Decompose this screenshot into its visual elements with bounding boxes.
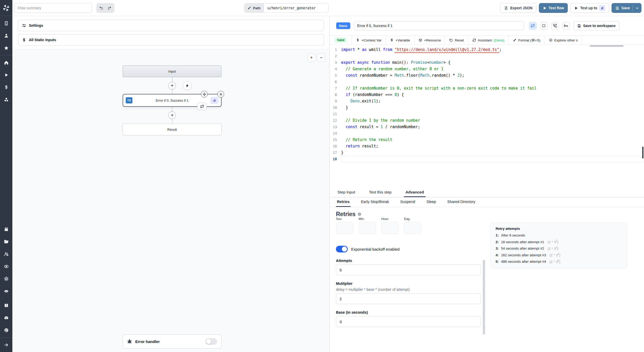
code-line-9[interactable]: 9 Deno.exit(1); (330, 98, 644, 104)
step-node-selected[interactable]: TS Error if 0, Success if 1 d (123, 94, 222, 107)
result-node[interactable]: Result (123, 124, 222, 135)
toolbar-explore-other-s[interactable]: Explore other s (545, 36, 582, 45)
boxes-icon[interactable] (3, 96, 10, 103)
user-icon[interactable] (3, 32, 10, 39)
step-title-input[interactable] (354, 21, 524, 30)
retry-indicator-button[interactable] (197, 103, 207, 110)
code-line-1[interactable]: 1import * as wmill from "https://deno.la… (330, 47, 644, 53)
phone-incoming-setting-button[interactable] (551, 22, 559, 30)
code-line-3[interactable]: 3export async function main(): Promise<n… (330, 59, 644, 66)
arrow-right-icon[interactable] (3, 341, 10, 348)
trigger-bolt-button[interactable] (183, 81, 192, 90)
tab-test-this-step[interactable]: Test this step (367, 188, 393, 197)
multiplier-input[interactable]: 2 (336, 293, 481, 304)
code-line-17[interactable]: 17} (330, 149, 644, 156)
test-up-to-button[interactable]: Test up to d (570, 3, 609, 13)
error-handler-bar[interactable]: Error handler (123, 335, 222, 348)
subtab-early-stop-break[interactable]: Early Stop/Break (360, 197, 390, 207)
info-icon[interactable] (358, 212, 361, 216)
gear-icon[interactable] (3, 275, 10, 282)
tab-step-input[interactable]: Step Input (336, 188, 357, 197)
delete-step-button[interactable] (217, 91, 224, 98)
toolbar--variable[interactable]: +Variable (386, 36, 414, 45)
path-field[interactable]: Path u/henri/error_generator (244, 3, 328, 13)
save-button[interactable]: Save (612, 3, 641, 13)
subtab-shared-directory[interactable]: Shared Directory (446, 197, 476, 207)
subtab-suspend[interactable]: Suspend (399, 197, 416, 207)
windmill-logo-icon[interactable] (0, 0, 12, 16)
code-line-2[interactable]: 2 (330, 53, 644, 59)
code-line-13[interactable]: 13 const result = 1 / randomNumber; (330, 124, 644, 130)
zoom-out-button[interactable]: − (317, 54, 325, 62)
repeat-setting-button[interactable] (529, 22, 537, 30)
zoom-in-button[interactable]: + (307, 54, 316, 62)
dollar-icon[interactable] (3, 84, 10, 91)
exponential-backoff-toggle[interactable] (336, 246, 348, 252)
backoff-label: Exponential backoff enabled (351, 247, 400, 251)
star-icon[interactable] (3, 44, 10, 51)
toolbar-format-s-[interactable]: Format (⌘+S) (509, 36, 545, 45)
code-line-12[interactable]: 12 // Divide 1 by the random number (330, 117, 644, 124)
code-editor[interactable]: 1import * as wmill from "https://deno.la… (330, 45, 644, 188)
test-up-to-step-badge: d (599, 5, 605, 11)
add-step-button-2[interactable] (168, 111, 176, 119)
panel-scrollbar[interactable] (483, 260, 485, 335)
redo-button[interactable] (106, 4, 113, 12)
chevron-down-icon[interactable] (635, 6, 639, 10)
building-icon[interactable] (3, 20, 10, 27)
eye-icon[interactable] (3, 263, 10, 270)
tab-advanced[interactable]: Advanced (404, 188, 426, 197)
path-value[interactable]: u/henri/error_generator (264, 4, 328, 12)
square-setting-button[interactable] (540, 22, 548, 30)
toolbar--resource[interactable]: +Resource (414, 36, 445, 45)
code-line-7[interactable]: 7 // If randomNumber is 0, exit the scri… (330, 85, 644, 92)
code-line-4[interactable]: 4 // Generate a random number, either 0 … (330, 66, 644, 72)
home-icon[interactable] (3, 59, 10, 66)
code-line-5[interactable]: 5 const randomNumber = Math.floor(Math.r… (330, 72, 644, 79)
undo-button[interactable] (97, 4, 105, 12)
code-line-10[interactable]: 10 } (330, 104, 644, 111)
calendar-icon[interactable] (3, 226, 10, 233)
subtab-sleep[interactable]: Sleep (425, 197, 437, 207)
hour-input[interactable] (381, 222, 398, 234)
sec-input[interactable] (336, 222, 353, 234)
editor-scrollbar-thumb[interactable] (642, 147, 643, 159)
play-icon[interactable] (3, 71, 10, 78)
base-input[interactable]: 3 (336, 316, 481, 327)
error-handler-toggle[interactable] (205, 338, 217, 345)
play-icon (543, 6, 547, 10)
add-step-button[interactable] (168, 82, 176, 90)
flow-summary-input[interactable] (14, 3, 92, 13)
day-input[interactable] (404, 222, 421, 234)
code-line-14[interactable]: 14 (330, 130, 644, 137)
code-line-16[interactable]: 16 return result; (330, 143, 644, 149)
input-node[interactable]: Input (123, 65, 222, 77)
pencil-icon (248, 6, 251, 10)
code-line-18[interactable]: 18 (330, 156, 644, 162)
move-step-button[interactable] (201, 91, 208, 98)
min-input[interactable] (359, 222, 376, 234)
book-icon[interactable] (3, 302, 10, 309)
attempts-input[interactable]: 5 (336, 265, 481, 275)
subtab-retries[interactable]: Retries (336, 197, 351, 207)
flow-settings-bar[interactable]: Settings (18, 20, 324, 31)
users-gear-icon[interactable] (3, 250, 10, 258)
save-to-workspace-button[interactable]: Save to workspace (573, 21, 620, 30)
code-line-11[interactable]: 11 (330, 111, 644, 117)
github-icon[interactable] (3, 327, 10, 334)
flow-canvas[interactable]: + − Input TS Error if 0, Suc (12, 49, 329, 352)
robot-icon[interactable] (3, 287, 10, 295)
toolbar-assistant[interactable]: Assistant (Deno) (468, 36, 509, 45)
code-line-15[interactable]: 15 // Return the result (330, 137, 644, 143)
test-flow-button[interactable]: Test flow (539, 3, 568, 13)
discord-icon[interactable] (3, 314, 10, 321)
toolbar--context-var[interactable]: +Context Var (352, 36, 386, 45)
export-json-button[interactable]: Export JSON (500, 3, 536, 13)
code-line-6[interactable]: 6 (330, 79, 644, 85)
folder-icon[interactable] (3, 238, 10, 245)
bed-setting-button[interactable] (562, 22, 570, 30)
toolbar-reset[interactable]: Reset (445, 36, 468, 45)
all-static-inputs-bar[interactable]: All Static Inputs (18, 34, 324, 46)
toolbar-horizontal-scrollbar[interactable] (590, 45, 623, 47)
code-line-8[interactable]: 8 if (randomNumber === 0) { (330, 92, 644, 98)
